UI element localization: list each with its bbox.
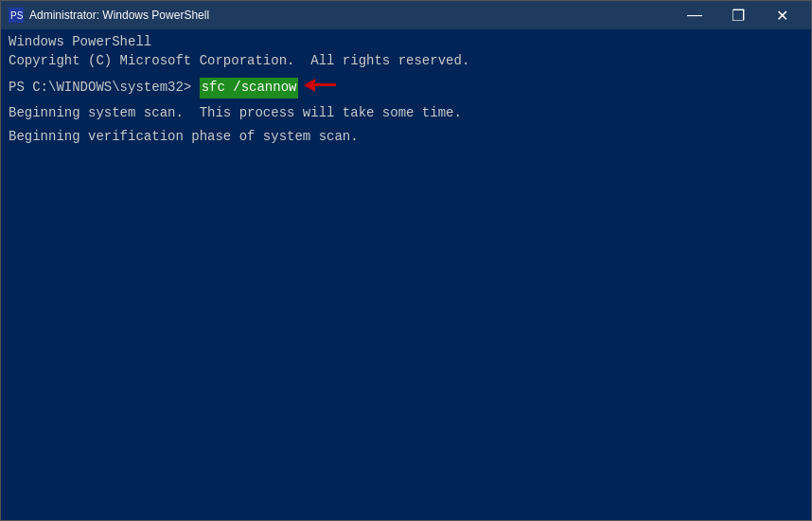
console-output: Windows PowerShell Copyright (C) Microso… [1, 29, 811, 520]
restore-button[interactable]: ❐ [716, 1, 760, 29]
arrow-line [315, 83, 336, 86]
console-line-4: Beginning system scan. This process will… [9, 104, 803, 123]
powershell-icon: PS [9, 8, 24, 23]
arrow-indicator [304, 79, 336, 99]
command-text: sfc /scannow [200, 78, 299, 99]
console-line-1: Windows PowerShell [9, 33, 803, 52]
command-line: PS C:\WINDOWS\system32> sfc /scannow [9, 78, 803, 99]
console-line-2: Copyright (C) Microsoft Corporation. All… [9, 52, 803, 71]
window-controls: — ❐ ✕ [673, 1, 803, 29]
title-bar: PS Administrator: Windows PowerShell — ❐… [1, 1, 811, 29]
arrow-head [304, 79, 315, 92]
powershell-window: PS Administrator: Windows PowerShell — ❐… [0, 0, 812, 521]
close-button[interactable]: ✕ [760, 1, 803, 29]
svg-text:PS: PS [10, 10, 24, 21]
window-title: Administrator: Windows PowerShell [29, 9, 673, 22]
console-line-6: Beginning verification phase of system s… [9, 128, 803, 147]
prompt-text: PS C:\WINDOWS\system32> [9, 79, 200, 98]
minimize-button[interactable]: — [673, 1, 716, 29]
red-arrow [304, 79, 336, 92]
